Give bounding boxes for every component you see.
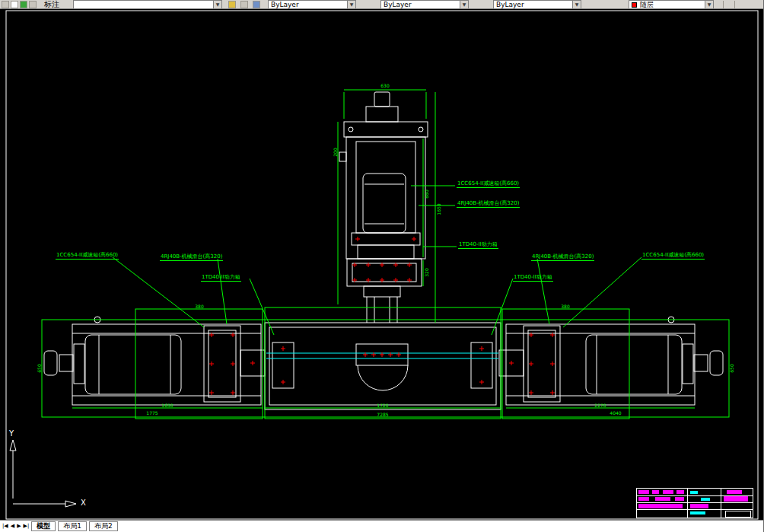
- color-combo-value: ByLayer: [271, 1, 299, 9]
- chevron-down-icon[interactable]: ▼: [213, 1, 221, 8]
- lineweight-combo[interactable]: ByLayer ▼: [493, 0, 581, 9]
- tab-nav-prev-icon[interactable]: ◀: [11, 521, 14, 530]
- layout-tab-bar: |◀ ◀ ▶ ▶| 模型 布局1 布局2: [0, 520, 764, 532]
- layer-combo[interactable]: ▼: [73, 0, 222, 9]
- layer-states-icon[interactable]: [253, 1, 260, 8]
- color-combo[interactable]: ByLayer ▼: [268, 0, 356, 9]
- dimension-menu-label[interactable]: 标注: [44, 0, 59, 9]
- cad-application-window: 1CC654-II减速箱(高660)4RJ40B-机械滑台(高320)1TD40…: [0, 0, 764, 532]
- chevron-down-icon[interactable]: ▼: [705, 1, 713, 8]
- toolbar-icon[interactable]: [2, 1, 9, 8]
- lineweight-combo-value: ByLayer: [496, 1, 524, 9]
- ucs-y-label: Y: [9, 429, 14, 438]
- ucs-x-label: X: [81, 499, 86, 507]
- layer-previous-icon[interactable]: [240, 1, 248, 8]
- ucs-icon: [10, 440, 76, 507]
- save-file-icon[interactable]: [29, 1, 37, 8]
- linetype-combo-value: ByLayer: [384, 1, 412, 9]
- dimension-lines: [42, 90, 729, 419]
- tab-nav-first-icon[interactable]: |◀: [2, 521, 8, 530]
- drawing-canvas[interactable]: [0, 0, 764, 532]
- tab-nav-last-icon[interactable]: ▶|: [24, 521, 30, 530]
- chevron-down-icon[interactable]: ▼: [347, 1, 355, 8]
- tab-nav-next-icon[interactable]: ▶: [17, 521, 21, 530]
- chevron-down-icon[interactable]: ▼: [460, 1, 468, 8]
- chevron-down-icon[interactable]: ▼: [572, 1, 581, 8]
- vertical-unit: [339, 92, 428, 323]
- plotstyle-combo-value: 随层: [640, 1, 654, 9]
- new-file-icon[interactable]: [11, 1, 18, 8]
- open-file-icon[interactable]: [20, 1, 27, 8]
- color-swatch: [632, 2, 637, 8]
- title-block: [636, 488, 753, 518]
- plotstyle-combo[interactable]: 随层 ▼: [629, 0, 714, 9]
- tab-model[interactable]: 模型: [31, 521, 56, 531]
- tab-layout2[interactable]: 布局2: [89, 521, 118, 531]
- linetype-combo[interactable]: ByLayer ▼: [380, 0, 469, 9]
- horizontal-unit: [44, 317, 723, 409]
- top-toolbar: 标注 ▼ ByLayer ▼ ByLayer ▼ ByLayer ▼ 随层 ▼: [0, 0, 764, 9]
- tab-layout1[interactable]: 布局1: [58, 521, 87, 531]
- make-layer-current-icon[interactable]: [228, 1, 236, 8]
